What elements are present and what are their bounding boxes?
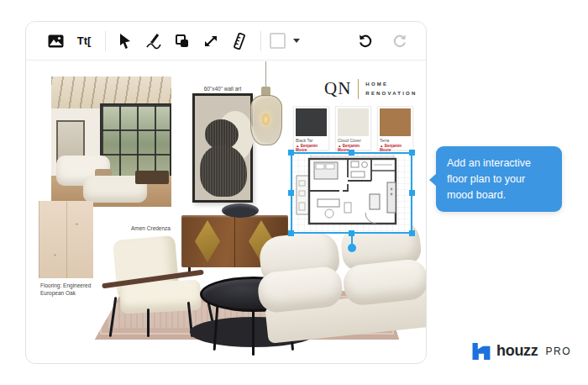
paint-brand: ▲ Benjamin Moore [296, 144, 327, 152]
flooring-label[interactable]: Flooring: Engineered European Oak [40, 282, 91, 298]
logo-divider [358, 79, 359, 99]
credenza-label[interactable]: Amen Credenza [131, 225, 171, 233]
flooring-label-line1: Flooring: Engineered [40, 282, 91, 290]
paint-chip [296, 108, 327, 136]
onboarding-tooltip: Add an interactive floor plan to your mo… [436, 146, 562, 212]
paint-swatch-card[interactable]: Black Tar ▲ Benjamin Moore [293, 106, 329, 150]
floor-plan-svg [292, 154, 411, 232]
client-logo-initials: QN [324, 78, 351, 99]
paint-name: Terra [380, 138, 411, 143]
selection-handle-se[interactable] [409, 230, 415, 236]
flooring-sample[interactable] [39, 201, 93, 278]
redo-button[interactable] [389, 30, 411, 52]
houzz-pro-logo: houzz PRO [472, 341, 571, 361]
paint-swatch-card[interactable]: Terra ▲ Benjamin Moore [377, 106, 413, 150]
ruler-icon [232, 33, 247, 50]
toolbar: Tt[ [26, 22, 426, 61]
paint-swatch-card[interactable]: Cloud Cover ▲ Benjamin Moore [335, 106, 371, 150]
moodboard-editor-window: Tt[ [25, 21, 427, 364]
floor-plan-drawing [292, 154, 411, 232]
rotation-handle-line [351, 234, 353, 244]
paint-chip [338, 108, 369, 136]
arrange-tool-button[interactable] [171, 30, 193, 52]
chair-leg [109, 297, 118, 337]
draw-tool-button[interactable] [143, 30, 165, 52]
cursor-arrow-icon [118, 33, 133, 50]
sofa[interactable] [256, 219, 426, 349]
pendant-bulb [262, 113, 270, 125]
wall-art[interactable] [192, 93, 253, 203]
selection-handle-e[interactable] [409, 190, 415, 196]
selection-handle-w[interactable] [288, 190, 294, 196]
pro-badge: PRO [546, 345, 572, 357]
undo-icon [357, 33, 373, 49]
select-tool-button[interactable] [114, 30, 136, 52]
wall-art-label[interactable]: 60"x40" wall art [192, 86, 253, 93]
image-tool-button[interactable] [45, 30, 66, 52]
paint-chip [380, 108, 411, 136]
inspiration-photo[interactable] [51, 76, 171, 207]
decor-bowl[interactable] [222, 203, 259, 218]
arrange-layers-icon [175, 34, 190, 49]
flooring-label-line2: European Oak [40, 290, 91, 298]
paint-brand-name: Benjamin Moore [380, 144, 402, 152]
chair-leg [147, 309, 150, 337]
paint-name: Cloud Cover [338, 138, 369, 143]
resize-arrows-icon [203, 34, 218, 49]
rotation-handle[interactable] [348, 244, 356, 252]
photo-console-table [135, 171, 169, 184]
toolbar-separator [260, 31, 261, 51]
measure-tool-button[interactable] [228, 30, 250, 52]
client-logo-line2: RENOVATION [365, 89, 417, 98]
text-tool-icon: Tt[ [77, 34, 92, 47]
paint-brand: ▲ Benjamin Moore [380, 144, 411, 152]
color-picker-button[interactable] [270, 30, 300, 52]
client-logo-line1: HOME [365, 80, 417, 88]
photo-window-wall [100, 103, 171, 177]
resize-tool-button[interactable] [200, 30, 222, 52]
moodboard-canvas[interactable]: Flooring: Engineered European Oak 60"x40… [26, 61, 426, 364]
credenza-seam [234, 215, 235, 267]
sofa-seat-cushion [342, 258, 426, 307]
paint-swatch-row: Black Tar ▲ Benjamin Moore Cloud Cover ▲… [293, 106, 413, 150]
image-icon [48, 34, 64, 48]
paint-name: Black Tar [296, 138, 327, 143]
houzz-house-icon [472, 341, 491, 361]
selection-handle-ne[interactable] [409, 150, 415, 156]
draw-pen-icon [145, 33, 162, 50]
toolbar-separator [105, 31, 106, 51]
floor-plan-item[interactable] [291, 152, 412, 234]
paint-brand-name: Benjamin Moore [296, 144, 318, 152]
chevron-down-icon [293, 39, 300, 43]
current-color-swatch [270, 33, 286, 49]
client-logo[interactable]: QN HOME RENOVATION [324, 78, 417, 99]
text-tool-button[interactable]: Tt[ [73, 30, 95, 52]
selection-handle-sw[interactable] [288, 230, 294, 236]
selection-handle-nw[interactable] [288, 150, 294, 156]
undo-button[interactable] [354, 30, 375, 52]
table-leg [252, 305, 255, 356]
selection-handle-n[interactable] [349, 150, 354, 156]
redo-icon [392, 33, 408, 49]
houzz-wordmark: houzz [496, 342, 538, 360]
